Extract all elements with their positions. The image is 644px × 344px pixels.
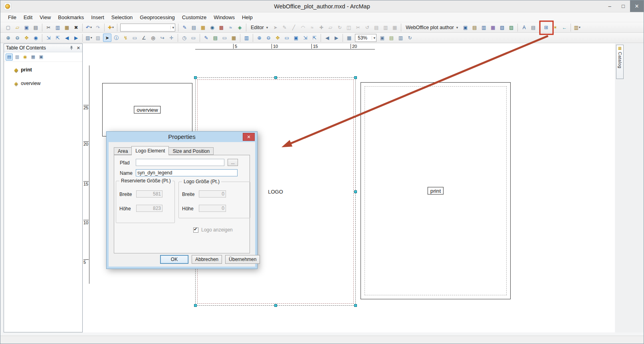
button-ok[interactable]: OK: [160, 255, 188, 264]
viewer-icon[interactable]: ▭: [220, 34, 229, 42]
logo-breite-input[interactable]: [199, 190, 226, 198]
select-features-icon[interactable]: ▧▾: [85, 34, 93, 42]
editor-toolbar-icon[interactable]: ✎: [180, 23, 189, 32]
tab-size-and-position[interactable]: Size and Position: [168, 147, 214, 155]
redo-icon[interactable]: ↷: [94, 23, 102, 32]
menu-item-edit[interactable]: Edit: [20, 13, 36, 22]
edit-vertices-icon[interactable]: ▱: [326, 23, 335, 32]
button-bernehmen[interactable]: Übernehmen: [225, 255, 260, 264]
list-by-source-icon[interactable]: ▥: [14, 53, 21, 61]
trace-tool-icon[interactable]: ≈: [308, 23, 316, 32]
cut-polygons-icon[interactable]: ◫: [345, 23, 353, 32]
change-layout-icon[interactable]: ▤: [387, 34, 396, 42]
reserved-hoehe-input[interactable]: [136, 205, 162, 212]
pfad-input[interactable]: [136, 159, 224, 166]
map-scale-combo[interactable]: ▾: [120, 24, 175, 32]
logo-hoehe-input[interactable]: [199, 205, 226, 212]
forward-extent-icon[interactable]: ▶: [72, 34, 80, 42]
picture-icon[interactable]: ▦: [230, 34, 238, 42]
edit-annotation-tool-icon[interactable]: ✎: [280, 23, 289, 32]
selection-handle[interactable]: [274, 304, 277, 307]
endpoint-arc-icon[interactable]: ◠: [299, 23, 307, 32]
dialog-close-button[interactable]: ✕: [243, 133, 255, 141]
reserved-breite-input[interactable]: [136, 190, 162, 198]
full-extent-icon[interactable]: ◉: [32, 34, 40, 42]
button-abbrechen[interactable]: Abbrechen: [192, 255, 222, 264]
zoom-out-icon[interactable]: ⊖: [13, 34, 22, 42]
open-attribute-table-icon[interactable]: ▤: [211, 34, 220, 42]
logo-anzeigen-checkbox[interactable]: ✔: [193, 227, 198, 233]
open-folder-icon[interactable]: ▱: [13, 23, 22, 32]
chevron-down-icon[interactable]: ▾: [170, 26, 174, 30]
create-features-icon[interactable]: ▦: [390, 23, 399, 32]
report-icon[interactable]: ▥▾: [573, 23, 581, 32]
layout-go-forward-extent-icon[interactable]: ▶: [332, 34, 341, 42]
attributes-icon[interactable]: ▤: [372, 23, 380, 32]
toc-item-overview[interactable]: ◈overview: [14, 79, 82, 88]
text-element-icon[interactable]: A: [520, 23, 528, 32]
python-window-icon[interactable]: ≈: [226, 23, 235, 32]
layout-fixed-zoom-in-icon[interactable]: ⇲: [301, 34, 309, 42]
add-data-icon[interactable]: ✚▾: [107, 23, 115, 32]
selection-handle[interactable]: [354, 304, 357, 307]
split-tool-icon[interactable]: ✂: [354, 23, 362, 32]
delete-icon[interactable]: ✖: [72, 23, 80, 32]
overview-frame[interactable]: overview: [102, 83, 192, 136]
find-icon[interactable]: ◎: [149, 34, 157, 42]
menu-item-bookmarks[interactable]: Bookmarks: [54, 13, 87, 22]
wo-plot-extent-icon[interactable]: ▥: [480, 23, 488, 32]
hyperlink-icon[interactable]: ↯: [121, 34, 130, 42]
layout-zoom-whole-page-icon[interactable]: ▭: [283, 34, 291, 42]
create-viewer-window-icon[interactable]: ▭: [189, 34, 198, 42]
toc-options-icon[interactable]: ▣: [38, 53, 45, 61]
table-of-contents-icon[interactable]: ▤: [190, 23, 198, 32]
list-by-visibility-icon[interactable]: ◉: [22, 53, 29, 61]
go-to-xy-icon[interactable]: ✛: [167, 34, 176, 42]
layout-zoom-100-icon[interactable]: ▣: [292, 34, 300, 42]
back-arrow-icon[interactable]: ←: [560, 23, 569, 32]
point-tool-icon[interactable]: ✚: [317, 23, 325, 32]
modelbuilder-icon[interactable]: ◈: [236, 23, 244, 32]
legend-element-icon[interactable]: ▤: [529, 23, 537, 32]
north-arrow-icon[interactable]: ✶: [551, 23, 559, 32]
html-popup-icon[interactable]: ▭: [131, 34, 139, 42]
layout-zoom-in-icon[interactable]: ⊕: [255, 34, 264, 42]
chevron-down-icon[interactable]: ▾: [372, 36, 375, 40]
identify-icon[interactable]: ⓘ: [112, 34, 121, 42]
cut-icon[interactable]: ✂: [44, 23, 53, 32]
straight-segment-icon[interactable]: ╱: [289, 23, 298, 32]
wo-plot-frame-icon[interactable]: ▦: [489, 23, 497, 32]
wo-plot-template-icon[interactable]: ▤: [470, 23, 479, 32]
menu-item-customize[interactable]: Customize: [178, 13, 210, 22]
layout-pan-icon[interactable]: ✥: [273, 34, 282, 42]
menu-item-file[interactable]: File: [4, 13, 20, 22]
sketch-properties-icon[interactable]: ▥: [381, 23, 390, 32]
layout-zoom-out-icon[interactable]: ⊖: [264, 34, 273, 42]
paste-icon[interactable]: ▦: [63, 23, 71, 32]
pan-icon[interactable]: ✥: [22, 34, 31, 42]
new-graphic-icon[interactable]: ✎: [202, 34, 210, 42]
back-extent-icon[interactable]: ◀: [63, 34, 71, 42]
list-by-selection-icon[interactable]: ▦: [30, 53, 37, 61]
reshape-feature-icon[interactable]: ↻: [335, 23, 344, 32]
toc-close-icon[interactable]: ✕: [77, 45, 80, 51]
focus-data-frame-icon[interactable]: ▣: [378, 34, 386, 42]
selection-handle[interactable]: [194, 76, 197, 79]
refresh-view-icon[interactable]: ↻: [406, 34, 414, 42]
editor-menu-dropdown[interactable]: Editor▾: [248, 23, 271, 32]
tab-area[interactable]: Area: [114, 147, 132, 155]
menu-item-help[interactable]: Help: [238, 13, 256, 22]
logo-element-icon[interactable]: ⊞: [542, 23, 550, 32]
close-button[interactable]: ✕: [630, 0, 644, 12]
find-route-icon[interactable]: ↪: [158, 34, 166, 42]
wo-plot-export-icon[interactable]: ▨: [507, 23, 515, 32]
catalog-tab[interactable]: ▦ Catalog: [616, 45, 624, 79]
data-driven-pages-icon[interactable]: ▥: [396, 34, 405, 42]
measure-icon[interactable]: ∠: [140, 34, 148, 42]
selection-handle[interactable]: [194, 304, 197, 307]
weboffice-plot-author-dropdown[interactable]: WebOffice plot author▾: [403, 23, 461, 32]
menu-item-selection[interactable]: Selection: [108, 13, 136, 22]
time-slider-icon[interactable]: ◷: [180, 34, 188, 42]
edit-tool-icon[interactable]: ➤: [271, 23, 279, 32]
pin-icon[interactable]: [69, 45, 74, 50]
